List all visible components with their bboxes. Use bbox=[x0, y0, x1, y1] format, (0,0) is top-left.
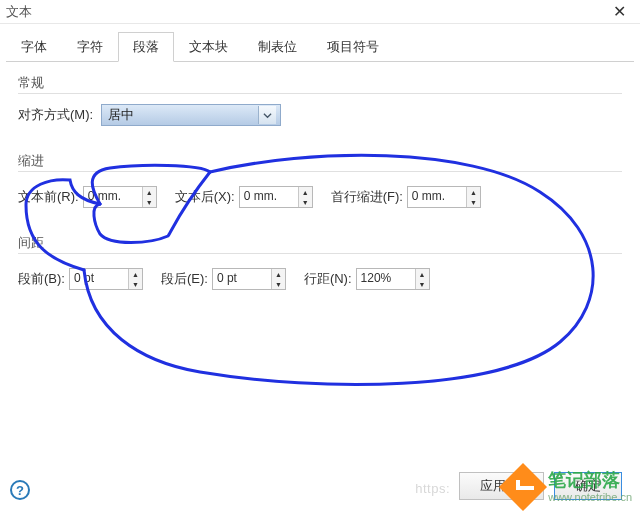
space-before-label: 段前(B): bbox=[18, 270, 65, 288]
group-spacing: 间距 段前(B): 0 pt ▲▼ 段后(E): 0 pt ▲▼ 行距(N): … bbox=[18, 234, 622, 290]
spin-up-icon[interactable]: ▲ bbox=[299, 187, 312, 197]
indent-first-label: 首行缩进(F): bbox=[331, 188, 403, 206]
spin-down-icon[interactable]: ▼ bbox=[416, 279, 429, 289]
line-spacing-label: 行距(N): bbox=[304, 270, 352, 288]
spin-down-icon[interactable]: ▼ bbox=[143, 197, 156, 207]
tab-content: 常规 对齐方式(M): 居中 缩进 文本前(R): 0 mm. ▲▼ 文本后( bbox=[0, 62, 640, 326]
alignment-label: 对齐方式(M): bbox=[18, 106, 93, 124]
ok-button[interactable]: 确定 bbox=[554, 472, 622, 500]
indent-first-value: 0 mm. bbox=[408, 187, 466, 207]
space-after-label: 段后(E): bbox=[161, 270, 208, 288]
indent-after-label: 文本后(X): bbox=[175, 188, 235, 206]
space-after-spinner[interactable]: 0 pt ▲▼ bbox=[212, 268, 286, 290]
tab-bullets[interactable]: 项目符号 bbox=[312, 32, 394, 62]
indent-first-spinner[interactable]: 0 mm. ▲▼ bbox=[407, 186, 481, 208]
line-spacing-value: 120% bbox=[357, 269, 415, 289]
spin-up-icon[interactable]: ▲ bbox=[129, 269, 142, 279]
spin-down-icon[interactable]: ▼ bbox=[467, 197, 480, 207]
indent-after-spinner[interactable]: 0 mm. ▲▼ bbox=[239, 186, 313, 208]
space-before-value: 0 pt bbox=[70, 269, 128, 289]
tab-textblock[interactable]: 文本块 bbox=[174, 32, 243, 62]
space-after-value: 0 pt bbox=[213, 269, 271, 289]
chevron-down-icon[interactable] bbox=[258, 106, 276, 124]
space-before-spinner[interactable]: 0 pt ▲▼ bbox=[69, 268, 143, 290]
group-indent: 缩进 文本前(R): 0 mm. ▲▼ 文本后(X): 0 mm. ▲▼ 首行缩… bbox=[18, 152, 622, 208]
spin-up-icon[interactable]: ▲ bbox=[467, 187, 480, 197]
help-icon[interactable]: ? bbox=[10, 480, 30, 500]
group-general: 常规 对齐方式(M): 居中 bbox=[18, 74, 622, 126]
button-bar: 应用(A) 确定 bbox=[459, 472, 622, 500]
spin-up-icon[interactable]: ▲ bbox=[416, 269, 429, 279]
tab-tabstop[interactable]: 制表位 bbox=[243, 32, 312, 62]
apply-button[interactable]: 应用(A) bbox=[459, 472, 544, 500]
indent-before-spinner[interactable]: 0 mm. ▲▼ bbox=[83, 186, 157, 208]
spin-up-icon[interactable]: ▲ bbox=[272, 269, 285, 279]
alignment-select[interactable]: 居中 bbox=[101, 104, 281, 126]
tab-font[interactable]: 字体 bbox=[6, 32, 62, 62]
close-icon[interactable]: ✕ bbox=[605, 2, 634, 21]
group-title-indent: 缩进 bbox=[18, 152, 622, 172]
spin-down-icon[interactable]: ▼ bbox=[272, 279, 285, 289]
spin-down-icon[interactable]: ▼ bbox=[129, 279, 142, 289]
indent-before-value: 0 mm. bbox=[84, 187, 142, 207]
title-bar: 文本 ✕ bbox=[0, 0, 640, 24]
group-title-general: 常规 bbox=[18, 74, 622, 94]
indent-after-value: 0 mm. bbox=[240, 187, 298, 207]
tab-paragraph[interactable]: 段落 bbox=[118, 32, 174, 62]
line-spacing-spinner[interactable]: 120% ▲▼ bbox=[356, 268, 430, 290]
tab-character[interactable]: 字符 bbox=[62, 32, 118, 62]
window-title: 文本 bbox=[6, 3, 605, 21]
spin-up-icon[interactable]: ▲ bbox=[143, 187, 156, 197]
alignment-value: 居中 bbox=[108, 106, 258, 124]
tab-bar: 字体 字符 段落 文本块 制表位 项目符号 bbox=[6, 32, 634, 62]
indent-before-label: 文本前(R): bbox=[18, 188, 79, 206]
spin-down-icon[interactable]: ▼ bbox=[299, 197, 312, 207]
group-title-spacing: 间距 bbox=[18, 234, 622, 254]
watermark-url: https: bbox=[415, 481, 450, 496]
